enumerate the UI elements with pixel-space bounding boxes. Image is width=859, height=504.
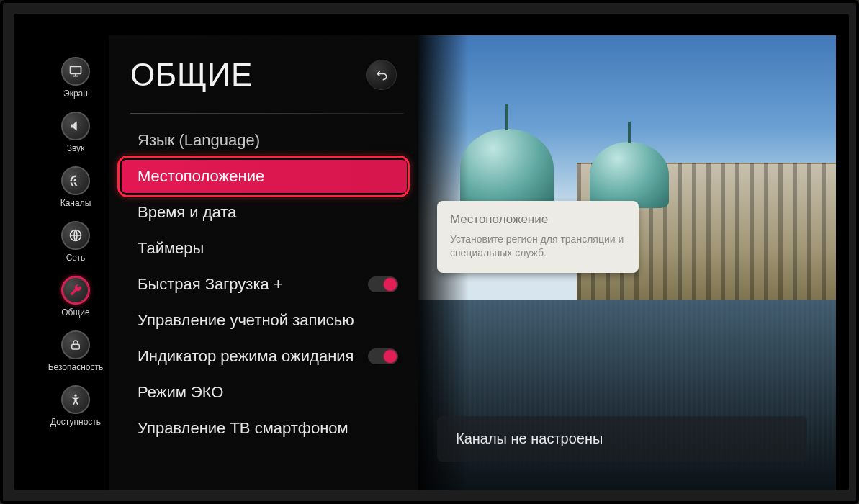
sidebar-item-general[interactable]: Общие: [46, 276, 105, 318]
sidebar-label: Сеть: [66, 253, 86, 263]
menu-item-eco[interactable]: Режим ЭКО: [122, 376, 411, 409]
sidebar-item-network[interactable]: Сеть: [46, 221, 105, 263]
tooltip-card: Местоположение Установите регион для тра…: [437, 201, 639, 273]
sidebar-label: Экран: [63, 89, 88, 99]
settings-panel: ОБЩИЕ Язык (Language) Местоположение Вре…: [109, 35, 418, 490]
menu-item-quickstart[interactable]: Быстрая Загрузка +: [122, 268, 411, 301]
menu-item-label: Язык (Language): [138, 131, 260, 150]
settings-header: ОБЩИЕ: [130, 57, 418, 93]
settings-title: ОБЩИЕ: [130, 57, 253, 93]
sidebar-label: Безопасность: [48, 362, 104, 372]
menu-item-label: Таймеры: [138, 239, 204, 258]
menu-item-label: Время и дата: [138, 203, 236, 222]
accessibility-icon: [61, 385, 90, 414]
sidebar-item-screen[interactable]: Экран: [46, 57, 105, 99]
sidebar-label: Общие: [61, 307, 89, 318]
sidebar-item-channels[interactable]: Каналы: [46, 166, 105, 208]
svg-rect-2: [72, 344, 80, 349]
menu-item-standby-led[interactable]: Индикатор режима ожидания: [122, 340, 411, 373]
settings-sidebar: Экран Звук Каналы Сеть: [42, 35, 109, 490]
tooltip-body: Установите регион для трансляции и специ…: [450, 233, 626, 260]
sidebar-item-security[interactable]: Безопасность: [46, 330, 105, 372]
content-area: Местоположение Установите регион для тра…: [418, 35, 836, 490]
sidebar-label: Звук: [67, 143, 85, 153]
status-banner-text: Каналы не настроены: [456, 431, 788, 447]
back-button[interactable]: [366, 60, 397, 90]
wrench-icon: [61, 276, 90, 305]
menu-item-label: Управление учетной записью: [138, 311, 354, 330]
sidebar-label: Каналы: [60, 198, 91, 208]
satellite-icon: [61, 166, 90, 195]
menu-item-account[interactable]: Управление учетной записью: [122, 304, 411, 337]
status-banner: Каналы не настроены: [437, 416, 807, 462]
tv-bezel: Экран Звук Каналы Сеть: [14, 14, 849, 490]
menu-item-label: Управление ТВ смартфоном: [138, 419, 348, 438]
toggle-standby-led[interactable]: [368, 348, 398, 364]
monitor-icon: [61, 57, 90, 86]
sidebar-item-sound[interactable]: Звук: [46, 112, 105, 153]
tooltip-title: Местоположение: [450, 212, 626, 227]
svg-rect-0: [71, 66, 81, 73]
menu-item-language[interactable]: Язык (Language): [122, 124, 411, 157]
divider: [130, 113, 404, 114]
menu-item-timers[interactable]: Таймеры: [122, 232, 411, 265]
globe-icon: [61, 221, 90, 250]
menu-item-tv-phone[interactable]: Управление ТВ смартфоном: [122, 412, 411, 445]
svg-point-3: [74, 395, 76, 397]
speaker-icon: [61, 112, 90, 140]
screen: Экран Звук Каналы Сеть: [42, 35, 836, 490]
settings-menu-list: Язык (Language) Местоположение Время и д…: [122, 124, 418, 445]
menu-item-label: Местоположение: [138, 167, 264, 186]
menu-item-label: Быстрая Загрузка +: [138, 275, 283, 294]
menu-item-label: Индикатор режима ожидания: [138, 347, 354, 366]
menu-item-label: Режим ЭКО: [138, 383, 223, 402]
lock-icon: [61, 330, 90, 359]
toggle-quickstart[interactable]: [368, 276, 398, 292]
sidebar-label: Доступность: [50, 417, 101, 427]
tv-frame: Экран Звук Каналы Сеть: [0, 0, 859, 504]
sidebar-item-accessibility[interactable]: Доступность: [46, 385, 105, 427]
menu-item-location[interactable]: Местоположение: [122, 160, 407, 193]
menu-item-datetime[interactable]: Время и дата: [122, 196, 411, 229]
